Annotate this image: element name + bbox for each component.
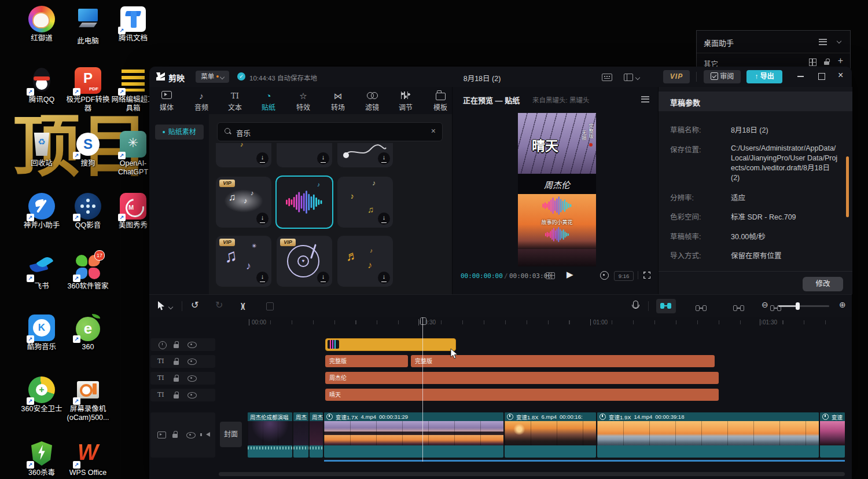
- vip-button[interactable]: VIP: [663, 70, 690, 83]
- desktop-icon-360-antivirus[interactable]: ↗ 360杀毒: [17, 440, 67, 477]
- zoom-in-icon[interactable]: ⊕: [839, 300, 846, 309]
- desktop-icon-hongyudao[interactable]: 红御道: [17, 6, 67, 43]
- export-button[interactable]: ↑ 导出: [746, 70, 782, 83]
- playhead-handle[interactable]: [420, 317, 426, 325]
- download-button[interactable]: ↓: [378, 213, 390, 225]
- video-clip[interactable]: 变速1.7X 4.mp4 00:00:31:29: [324, 412, 503, 458]
- menu-button[interactable]: 菜单: [196, 71, 229, 83]
- sticker-card[interactable]: ♪ ♪ ♫ ↓: [337, 177, 393, 228]
- link-clips-icon[interactable]: [733, 305, 744, 311]
- close-button[interactable]: ×: [838, 70, 843, 81]
- desktop-icon-this-pc[interactable]: 此电脑: [63, 6, 113, 46]
- modify-button[interactable]: 修改: [803, 277, 843, 291]
- microphone-icon[interactable]: [633, 301, 638, 308]
- delete-button[interactable]: [266, 302, 274, 310]
- lock-icon[interactable]: [172, 431, 178, 438]
- desktop-icon-shenfu-assistant[interactable]: ↗ 神斧小助手: [17, 193, 67, 230]
- tab-templates[interactable]: 模板: [426, 90, 455, 112]
- select-tool-icon[interactable]: [157, 301, 165, 310]
- tab-adjust[interactable]: 调节: [391, 90, 420, 112]
- lock-icon[interactable]: [174, 375, 179, 382]
- search-input[interactable]: 音乐 ×: [217, 122, 443, 141]
- lock-icon[interactable]: [174, 358, 179, 365]
- sidebar-item-sticker-material[interactable]: 贴纸素材: [155, 125, 204, 140]
- minimize-button[interactable]: [797, 76, 804, 77]
- cover-button[interactable]: 封面: [220, 422, 242, 447]
- text-clip[interactable]: 完整版: [325, 355, 408, 367]
- video-clip[interactable]: 周杰: [293, 412, 308, 458]
- download-button[interactable]: ↓: [256, 213, 269, 225]
- desktop-icon-tencent-docs[interactable]: ↗ 腾讯文档: [108, 6, 158, 43]
- zoom-out-icon[interactable]: ⊖: [762, 300, 768, 309]
- undo-button[interactable]: ↺: [191, 299, 198, 310]
- maximize-button[interactable]: [818, 73, 825, 80]
- video-clip[interactable]: 周杰伦成都演唱: [248, 412, 292, 458]
- timeline-ruler[interactable]: [249, 320, 845, 324]
- assistant-collapse-icon[interactable]: [837, 39, 841, 43]
- desktop-icon-sogou[interactable]: S ↗ 搜狗: [63, 131, 113, 168]
- eye-icon[interactable]: [187, 359, 197, 365]
- desktop-icon-qq-player[interactable]: ↗ QQ影音: [63, 193, 113, 230]
- tab-effects[interactable]: ☆ 特效: [289, 90, 318, 112]
- lock-icon[interactable]: [174, 392, 179, 398]
- video-clip[interactable]: 变速1.9X 14.mp4 00:00:39:18: [597, 412, 819, 458]
- download-button[interactable]: ↓: [317, 272, 329, 284]
- eye-icon[interactable]: [187, 392, 197, 398]
- lock-icon[interactable]: [174, 341, 179, 348]
- sticker-card[interactable]: ♪ ↓: [216, 143, 271, 167]
- tab-filters[interactable]: 滤镜: [358, 90, 387, 112]
- download-button[interactable]: ↓: [256, 272, 269, 284]
- download-button[interactable]: ↓: [378, 152, 390, 164]
- tab-transitions[interactable]: ⋈ 转场: [323, 90, 352, 112]
- eye-icon[interactable]: [187, 342, 197, 348]
- select-tool-chevron-icon[interactable]: [168, 305, 173, 309]
- sticker-card[interactable]: ♫ ♪ ✳ VIP ↓: [216, 236, 271, 287]
- assistant-menu-icon[interactable]: [819, 39, 827, 45]
- playhead-line[interactable]: [422, 317, 423, 462]
- snap-toggle-active[interactable]: [656, 299, 676, 313]
- layout-switch-icon[interactable]: [624, 74, 633, 81]
- split-button[interactable]: )(: [241, 301, 245, 310]
- preview-video[interactable]: 晴天 完整版 无损 周杰伦: [518, 113, 596, 266]
- search-clear-icon[interactable]: ×: [431, 126, 436, 136]
- desktop-icon-360-safe[interactable]: + ↗ 360安全卫士: [17, 376, 67, 414]
- sticker-card-selected[interactable]: ♪: [277, 177, 332, 228]
- desktop-icon-feishu[interactable]: ↗ 飞书: [17, 254, 67, 291]
- desktop-icon-360-manager[interactable]: 17 ↗ 360软件管家: [63, 254, 113, 291]
- sticker-card[interactable]: ♥ VIP ↓: [277, 236, 332, 287]
- layout-chevron-icon[interactable]: [635, 75, 640, 80]
- sticker-clip[interactable]: [325, 338, 456, 351]
- eye-icon[interactable]: [187, 375, 197, 382]
- desktop-icon-ocam[interactable]: ↗ 屏幕录像机(oCam)500...: [63, 376, 113, 422]
- desktop-icon-pdf-converter[interactable]: P PDF ↗ 极光PDF转换器: [63, 67, 113, 113]
- timeline-scrollbar[interactable]: [219, 472, 845, 476]
- link-preview-icon[interactable]: [696, 305, 707, 311]
- assistant-grid-icon[interactable]: [809, 58, 816, 66]
- text-clip[interactable]: 周杰伦: [325, 372, 719, 384]
- audio-track-line[interactable]: [324, 460, 845, 462]
- panel-scrollbar[interactable]: [846, 156, 849, 217]
- video-clip[interactable]: 变速1.8X 6.mp4 00:00:16:: [505, 412, 596, 458]
- desktop-icon-tencent-qq[interactable]: ↗ 腾讯QQ: [17, 67, 67, 104]
- timeline-zoom-slider[interactable]: [778, 305, 829, 307]
- fullscreen-icon[interactable]: [643, 272, 650, 279]
- play-button[interactable]: ▶: [567, 269, 573, 280]
- video-clip[interactable]: 变速: [820, 412, 845, 458]
- desktop-icon-recycle-bin[interactable]: ♻ 回收站: [17, 131, 67, 168]
- redo-button[interactable]: ↻: [215, 299, 223, 310]
- assistant-add-icon[interactable]: +: [838, 56, 843, 66]
- download-button[interactable]: ↓: [256, 152, 269, 164]
- desktop-icon-360-browser[interactable]: e ↗ 360: [63, 315, 113, 352]
- eye-icon[interactable]: [186, 432, 196, 438]
- sticker-card[interactable]: ♬ ♪ ♪ ↓: [337, 236, 393, 287]
- tab-sticker[interactable]: ◔ 贴纸: [254, 90, 283, 112]
- sticker-card[interactable]: ♫ ♪ ♪ VIP ↓: [216, 177, 271, 228]
- desktop-icon-kugou[interactable]: K ↗ 酷狗音乐: [17, 315, 67, 352]
- tab-text[interactable]: TI 文本: [220, 90, 249, 112]
- tab-audio[interactable]: ♪ 音频: [187, 90, 216, 112]
- download-button[interactable]: ↓: [317, 152, 329, 164]
- sticker-card[interactable]: ↓: [277, 143, 332, 167]
- video-clip[interactable]: 周杰: [310, 412, 323, 458]
- text-clip[interactable]: 晴天: [325, 389, 719, 401]
- review-button[interactable]: 审阅: [704, 70, 741, 83]
